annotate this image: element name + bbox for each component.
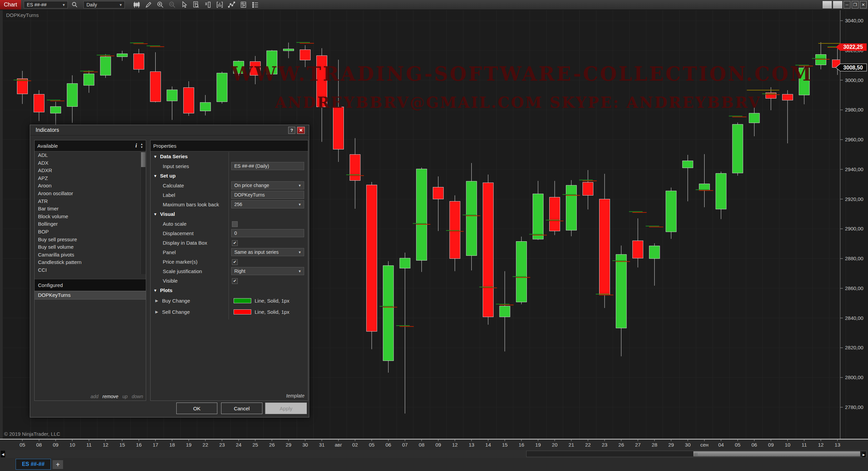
close-button[interactable]: ✕: [860, 1, 867, 8]
draw-icon[interactable]: [144, 1, 153, 9]
close-icon[interactable]: ✕: [297, 127, 305, 134]
dropdown[interactable]: Right▼: [231, 267, 304, 275]
template-link[interactable]: template: [286, 393, 304, 398]
scrollbar-thumb[interactable]: [141, 152, 145, 167]
svg-text:26: 26: [269, 442, 275, 448]
dialog-title[interactable]: Indicators: [30, 125, 309, 136]
expand-icon[interactable]: ▶: [151, 299, 162, 303]
property-price-marker-s-: Price marker(s)✔: [151, 257, 308, 266]
candle: [732, 123, 743, 176]
strategies-icon[interactable]: [228, 1, 236, 9]
data-box-icon[interactable]: [192, 1, 200, 9]
info-icon[interactable]: i: [135, 142, 137, 149]
chevron-down-icon: ▼: [119, 3, 122, 7]
available-item[interactable]: Camarilla pivots: [35, 251, 146, 259]
tab-es-instrument[interactable]: ES ##-##: [16, 459, 51, 470]
list-spinner[interactable]: ▲▼: [140, 143, 143, 148]
available-item[interactable]: ADXR: [35, 167, 146, 175]
property-panel: PanelSame as input series▼: [151, 247, 308, 257]
list-scrollbar[interactable]: [140, 151, 146, 274]
available-item[interactable]: Candlestick pattern: [35, 259, 146, 266]
svg-text:2820,00: 2820,00: [845, 345, 863, 350]
available-item[interactable]: ADL: [35, 151, 146, 159]
available-item[interactable]: BOP: [35, 228, 146, 236]
svg-text:12: 12: [452, 442, 458, 448]
section-plots[interactable]: ▼Plots: [151, 285, 308, 295]
sheet-icon[interactable]: [239, 1, 248, 9]
svg-text:2880,00: 2880,00: [845, 255, 863, 261]
collapse-icon[interactable]: ▼: [151, 288, 160, 292]
available-item[interactable]: Bollinger: [35, 220, 146, 228]
svg-text:23: 23: [219, 442, 225, 448]
properties-body: ▼Data SeriesInput seriesES ##-## (Daily)…: [151, 151, 308, 318]
window-title-chart-button[interactable]: Chart: [0, 0, 21, 9]
section-visual[interactable]: ▼Visual: [151, 209, 308, 219]
add-action: add: [91, 394, 98, 399]
available-item[interactable]: APZ: [35, 175, 146, 182]
available-item[interactable]: ATR: [35, 198, 146, 205]
workspace-button[interactable]: [833, 1, 842, 8]
zoom-in-icon[interactable]: [156, 1, 164, 9]
available-header: Available i ▲▼: [35, 140, 146, 151]
checkbox[interactable]: [232, 221, 238, 227]
add-tab-button[interactable]: +: [53, 460, 63, 469]
svg-text:3022,25: 3022,25: [843, 44, 863, 50]
configured-item[interactable]: DOPKeyTurns: [35, 291, 146, 300]
available-item[interactable]: Buy sell volume: [35, 243, 146, 251]
available-item[interactable]: Bar timer: [35, 205, 146, 213]
scrollbar-thumb[interactable]: |||: [693, 451, 860, 456]
checkbox[interactable]: ✔: [232, 259, 238, 265]
text-input[interactable]: DOPKeyTurns: [231, 191, 304, 199]
available-item[interactable]: Aroon oscillator: [35, 190, 146, 198]
available-item[interactable]: CCI: [35, 266, 146, 274]
remove-action[interactable]: remove: [102, 394, 118, 399]
svg-text:2840,00: 2840,00: [845, 315, 863, 321]
scroll-right-icon[interactable]: ▶: [862, 452, 866, 457]
ok-button[interactable]: OK: [176, 403, 217, 414]
chart-style-icon[interactable]: [133, 1, 141, 9]
instrument-search-icon[interactable]: [71, 1, 79, 9]
period-select[interactable]: Daily ▼: [83, 1, 125, 8]
properties-icon[interactable]: [251, 1, 259, 9]
instrument-select[interactable]: ES ##-## ▼: [24, 1, 68, 8]
svg-text:WWW.TRADING-SOFTWARE-COLLECTIO: WWW.TRADING-SOFTWARE-COLLECTION.COM: [231, 62, 813, 85]
plot-color-swatch[interactable]: [234, 309, 251, 314]
available-item[interactable]: ADX: [35, 159, 146, 167]
help-icon[interactable]: ?: [288, 127, 295, 134]
svg-text:2980,00: 2980,00: [845, 107, 863, 112]
scroll-left-icon[interactable]: ◀: [1, 451, 5, 457]
cursor-icon[interactable]: [180, 1, 188, 9]
cancel-button[interactable]: Cancel: [221, 403, 262, 414]
property-maximum-bars-look-back: Maximum bars look back256▼: [151, 200, 308, 209]
checkbox[interactable]: ✔: [232, 278, 238, 284]
restore-button[interactable]: ❐: [852, 1, 859, 8]
dropdown[interactable]: 256▼: [231, 200, 304, 208]
svg-text:09: 09: [768, 442, 774, 448]
chart-trader-icon[interactable]: [204, 1, 212, 9]
candle: [483, 175, 493, 325]
available-item[interactable]: Block volume: [35, 213, 146, 221]
svg-text:30: 30: [302, 442, 308, 448]
workspace-button[interactable]: [823, 1, 832, 8]
indicators-icon[interactable]: [216, 1, 224, 9]
expand-icon[interactable]: ▶: [151, 310, 162, 314]
checkbox[interactable]: ✔: [232, 240, 238, 246]
minimize-button[interactable]: ─: [844, 1, 850, 8]
available-item[interactable]: Aroon: [35, 182, 146, 190]
apply-button[interactable]: Apply: [265, 403, 307, 414]
dropdown[interactable]: Same as input series▼: [231, 248, 304, 256]
section-data-series[interactable]: ▼Data Series: [151, 151, 308, 161]
section-set-up[interactable]: ▼Set up: [151, 171, 308, 181]
svg-text:12: 12: [818, 442, 824, 448]
collapse-icon[interactable]: ▼: [151, 174, 160, 178]
collapse-icon[interactable]: ▼: [151, 155, 160, 159]
collapse-icon[interactable]: ▼: [151, 212, 160, 216]
dropdown[interactable]: On price change▼: [231, 181, 304, 189]
available-item[interactable]: Buy sell pressure: [35, 236, 146, 244]
text-input[interactable]: ES ##-## (Daily): [231, 162, 304, 170]
thumb-grip-icon: |||: [694, 452, 698, 456]
text-input[interactable]: 0: [231, 229, 304, 237]
plot-color-swatch[interactable]: [234, 298, 251, 303]
svg-text:29: 29: [286, 442, 292, 448]
horizontal-scrollbar[interactable]: ||| ▶: [526, 451, 867, 457]
